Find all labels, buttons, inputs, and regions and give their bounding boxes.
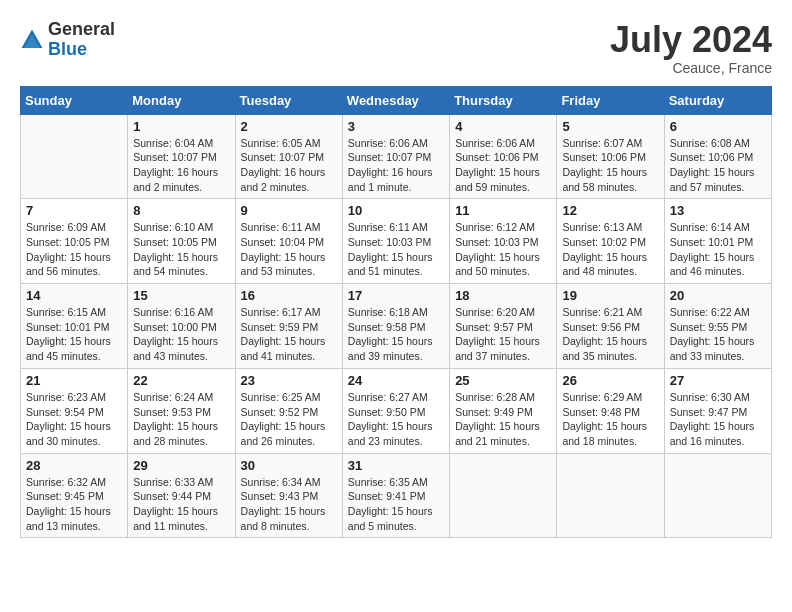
day-number: 24 <box>348 373 444 388</box>
calendar-week-row: 7Sunrise: 6:09 AMSunset: 10:05 PMDayligh… <box>21 199 772 284</box>
weekday-header-monday: Monday <box>128 86 235 114</box>
day-info: Sunrise: 6:08 AMSunset: 10:06 PMDaylight… <box>670 136 766 195</box>
calendar-week-row: 14Sunrise: 6:15 AMSunset: 10:01 PMDaylig… <box>21 284 772 369</box>
day-number: 1 <box>133 119 229 134</box>
logo-icon <box>20 28 44 52</box>
calendar-cell: 23Sunrise: 6:25 AMSunset: 9:52 PMDayligh… <box>235 368 342 453</box>
day-number: 19 <box>562 288 658 303</box>
day-number: 17 <box>348 288 444 303</box>
day-number: 7 <box>26 203 122 218</box>
calendar-cell: 19Sunrise: 6:21 AMSunset: 9:56 PMDayligh… <box>557 284 664 369</box>
day-number: 10 <box>348 203 444 218</box>
calendar-cell: 3Sunrise: 6:06 AMSunset: 10:07 PMDayligh… <box>342 114 449 199</box>
day-info: Sunrise: 6:10 AMSunset: 10:05 PMDaylight… <box>133 220 229 279</box>
day-number: 25 <box>455 373 551 388</box>
day-number: 27 <box>670 373 766 388</box>
day-info: Sunrise: 6:23 AMSunset: 9:54 PMDaylight:… <box>26 390 122 449</box>
calendar-cell <box>664 453 771 538</box>
calendar-table: SundayMondayTuesdayWednesdayThursdayFrid… <box>20 86 772 539</box>
day-info: Sunrise: 6:12 AMSunset: 10:03 PMDaylight… <box>455 220 551 279</box>
day-info: Sunrise: 6:29 AMSunset: 9:48 PMDaylight:… <box>562 390 658 449</box>
day-number: 23 <box>241 373 337 388</box>
calendar-cell: 31Sunrise: 6:35 AMSunset: 9:41 PMDayligh… <box>342 453 449 538</box>
calendar-cell: 12Sunrise: 6:13 AMSunset: 10:02 PMDaylig… <box>557 199 664 284</box>
calendar-cell: 29Sunrise: 6:33 AMSunset: 9:44 PMDayligh… <box>128 453 235 538</box>
logo: General Blue <box>20 20 115 60</box>
calendar-cell: 18Sunrise: 6:20 AMSunset: 9:57 PMDayligh… <box>450 284 557 369</box>
day-info: Sunrise: 6:13 AMSunset: 10:02 PMDaylight… <box>562 220 658 279</box>
day-number: 8 <box>133 203 229 218</box>
calendar-cell: 14Sunrise: 6:15 AMSunset: 10:01 PMDaylig… <box>21 284 128 369</box>
day-number: 22 <box>133 373 229 388</box>
calendar-cell: 20Sunrise: 6:22 AMSunset: 9:55 PMDayligh… <box>664 284 771 369</box>
weekday-header-thursday: Thursday <box>450 86 557 114</box>
calendar-cell <box>450 453 557 538</box>
day-info: Sunrise: 6:09 AMSunset: 10:05 PMDaylight… <box>26 220 122 279</box>
day-number: 11 <box>455 203 551 218</box>
day-number: 14 <box>26 288 122 303</box>
calendar-cell: 13Sunrise: 6:14 AMSunset: 10:01 PMDaylig… <box>664 199 771 284</box>
day-number: 6 <box>670 119 766 134</box>
day-number: 31 <box>348 458 444 473</box>
calendar-cell: 17Sunrise: 6:18 AMSunset: 9:58 PMDayligh… <box>342 284 449 369</box>
day-info: Sunrise: 6:35 AMSunset: 9:41 PMDaylight:… <box>348 475 444 534</box>
day-info: Sunrise: 6:21 AMSunset: 9:56 PMDaylight:… <box>562 305 658 364</box>
day-number: 28 <box>26 458 122 473</box>
day-number: 26 <box>562 373 658 388</box>
calendar-cell <box>557 453 664 538</box>
day-info: Sunrise: 6:33 AMSunset: 9:44 PMDaylight:… <box>133 475 229 534</box>
day-info: Sunrise: 6:28 AMSunset: 9:49 PMDaylight:… <box>455 390 551 449</box>
calendar-cell: 11Sunrise: 6:12 AMSunset: 10:03 PMDaylig… <box>450 199 557 284</box>
day-info: Sunrise: 6:06 AMSunset: 10:07 PMDaylight… <box>348 136 444 195</box>
calendar-cell: 30Sunrise: 6:34 AMSunset: 9:43 PMDayligh… <box>235 453 342 538</box>
day-number: 12 <box>562 203 658 218</box>
day-info: Sunrise: 6:32 AMSunset: 9:45 PMDaylight:… <box>26 475 122 534</box>
day-number: 5 <box>562 119 658 134</box>
calendar-cell: 6Sunrise: 6:08 AMSunset: 10:06 PMDayligh… <box>664 114 771 199</box>
calendar-cell: 28Sunrise: 6:32 AMSunset: 9:45 PMDayligh… <box>21 453 128 538</box>
logo-text: General Blue <box>48 20 115 60</box>
calendar-cell <box>21 114 128 199</box>
day-number: 20 <box>670 288 766 303</box>
day-number: 30 <box>241 458 337 473</box>
day-number: 3 <box>348 119 444 134</box>
day-info: Sunrise: 6:17 AMSunset: 9:59 PMDaylight:… <box>241 305 337 364</box>
day-info: Sunrise: 6:20 AMSunset: 9:57 PMDaylight:… <box>455 305 551 364</box>
day-info: Sunrise: 6:11 AMSunset: 10:03 PMDaylight… <box>348 220 444 279</box>
month-year-title: July 2024 <box>610 20 772 60</box>
day-number: 29 <box>133 458 229 473</box>
calendar-cell: 25Sunrise: 6:28 AMSunset: 9:49 PMDayligh… <box>450 368 557 453</box>
day-info: Sunrise: 6:25 AMSunset: 9:52 PMDaylight:… <box>241 390 337 449</box>
calendar-cell: 24Sunrise: 6:27 AMSunset: 9:50 PMDayligh… <box>342 368 449 453</box>
day-number: 4 <box>455 119 551 134</box>
calendar-cell: 2Sunrise: 6:05 AMSunset: 10:07 PMDayligh… <box>235 114 342 199</box>
day-info: Sunrise: 6:30 AMSunset: 9:47 PMDaylight:… <box>670 390 766 449</box>
day-info: Sunrise: 6:27 AMSunset: 9:50 PMDaylight:… <box>348 390 444 449</box>
day-info: Sunrise: 6:04 AMSunset: 10:07 PMDaylight… <box>133 136 229 195</box>
calendar-cell: 7Sunrise: 6:09 AMSunset: 10:05 PMDayligh… <box>21 199 128 284</box>
calendar-cell: 4Sunrise: 6:06 AMSunset: 10:06 PMDayligh… <box>450 114 557 199</box>
day-info: Sunrise: 6:16 AMSunset: 10:00 PMDaylight… <box>133 305 229 364</box>
calendar-cell: 27Sunrise: 6:30 AMSunset: 9:47 PMDayligh… <box>664 368 771 453</box>
day-info: Sunrise: 6:18 AMSunset: 9:58 PMDaylight:… <box>348 305 444 364</box>
calendar-week-row: 1Sunrise: 6:04 AMSunset: 10:07 PMDayligh… <box>21 114 772 199</box>
day-info: Sunrise: 6:05 AMSunset: 10:07 PMDaylight… <box>241 136 337 195</box>
weekday-header-wednesday: Wednesday <box>342 86 449 114</box>
day-info: Sunrise: 6:11 AMSunset: 10:04 PMDaylight… <box>241 220 337 279</box>
logo-blue-label: Blue <box>48 40 115 60</box>
day-number: 13 <box>670 203 766 218</box>
day-info: Sunrise: 6:34 AMSunset: 9:43 PMDaylight:… <box>241 475 337 534</box>
calendar-cell: 10Sunrise: 6:11 AMSunset: 10:03 PMDaylig… <box>342 199 449 284</box>
page-header: General Blue July 2024 Ceauce, France <box>20 20 772 76</box>
day-number: 15 <box>133 288 229 303</box>
weekday-header-row: SundayMondayTuesdayWednesdayThursdayFrid… <box>21 86 772 114</box>
day-number: 2 <box>241 119 337 134</box>
day-info: Sunrise: 6:22 AMSunset: 9:55 PMDaylight:… <box>670 305 766 364</box>
weekday-header-friday: Friday <box>557 86 664 114</box>
logo-general-label: General <box>48 20 115 40</box>
calendar-cell: 26Sunrise: 6:29 AMSunset: 9:48 PMDayligh… <box>557 368 664 453</box>
day-number: 9 <box>241 203 337 218</box>
calendar-cell: 16Sunrise: 6:17 AMSunset: 9:59 PMDayligh… <box>235 284 342 369</box>
day-number: 18 <box>455 288 551 303</box>
calendar-cell: 15Sunrise: 6:16 AMSunset: 10:00 PMDaylig… <box>128 284 235 369</box>
